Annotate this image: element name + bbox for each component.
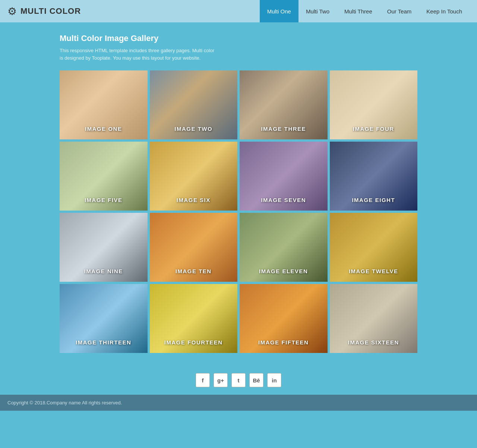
gallery-label-eleven: IMAGE ELEVEN	[259, 268, 308, 274]
gallery-item-fourteen[interactable]: IMAGE FOURTEEN	[150, 284, 238, 353]
social-facebook-button[interactable]: f	[196, 373, 210, 387]
gallery-item-one[interactable]: IMAGE ONE	[60, 70, 148, 139]
gallery-label-eight: IMAGE EIGHT	[352, 197, 395, 203]
gallery-item-five[interactable]: IMAGE FIVE	[60, 142, 148, 211]
nav-item-multi-one[interactable]: Multi One	[260, 0, 298, 22]
nav-item-keep-in-touch[interactable]: Keep In Touch	[419, 0, 470, 22]
gallery-item-two[interactable]: IMAGE TWO	[150, 70, 238, 139]
gallery-item-sixteen[interactable]: IMAGE SIXTEEN	[330, 284, 418, 353]
gallery-label-nine: IMAGE NINE	[84, 268, 123, 274]
gallery-label-ten: IMAGE TEN	[176, 268, 212, 274]
header: ⚙ MULTI COLOR Multi OneMulti TwoMulti Th…	[0, 0, 477, 22]
gallery-item-four[interactable]: IMAGE FOUR	[330, 70, 418, 139]
gallery-item-seven[interactable]: IMAGE SEVEN	[240, 142, 328, 211]
gallery-item-ten[interactable]: IMAGE TEN	[150, 213, 238, 282]
social-behance-button[interactable]: Bē	[249, 373, 263, 387]
main-content: Multi Color Image Gallery This responsiv…	[0, 22, 477, 364]
logo-area: ⚙ MULTI COLOR	[7, 5, 260, 18]
gallery-item-nine[interactable]: IMAGE NINE	[60, 213, 148, 282]
gallery-item-twelve[interactable]: IMAGE TWELVE	[330, 213, 418, 282]
gallery-item-eight[interactable]: IMAGE EIGHT	[330, 142, 418, 211]
gallery-label-four: IMAGE FOUR	[353, 126, 394, 132]
gallery-label-five: IMAGE FIVE	[85, 197, 123, 203]
copyright-text: Copyright © 2018.Company name All rights…	[7, 400, 122, 406]
gallery-label-thirteen: IMAGE THIRTEEN	[76, 339, 131, 346]
gallery-label-two: IMAGE TWO	[174, 126, 212, 132]
gallery-label-sixteen: IMAGE SIXTEEN	[348, 339, 399, 346]
gallery-description: This responsive HTML template includes t…	[60, 47, 216, 61]
gallery-title: Multi Color Image Gallery	[60, 34, 417, 43]
gallery-label-one: IMAGE ONE	[85, 126, 122, 132]
social-googleplus-button[interactable]: g+	[214, 373, 228, 387]
gallery-item-eleven[interactable]: IMAGE ELEVEN	[240, 213, 328, 282]
gallery-label-twelve: IMAGE TWELVE	[349, 268, 398, 274]
footer: Copyright © 2018.Company name All rights…	[0, 395, 477, 411]
social-twitter-button[interactable]: t	[231, 373, 246, 387]
gallery-label-fifteen: IMAGE FIFTEEN	[258, 339, 309, 346]
gallery-item-thirteen[interactable]: IMAGE THIRTEEN	[60, 284, 148, 353]
nav-item-multi-three[interactable]: Multi Three	[337, 0, 380, 22]
nav-item-our-team[interactable]: Our Team	[380, 0, 419, 22]
social-linkedin-button[interactable]: in	[267, 373, 281, 387]
gallery-label-three: IMAGE THREE	[261, 126, 306, 132]
gallery-label-fourteen: IMAGE FOURTEEN	[164, 339, 223, 346]
gallery-item-three[interactable]: IMAGE THREE	[240, 70, 328, 139]
gallery-item-six[interactable]: IMAGE SIX	[150, 142, 238, 211]
gallery-label-seven: IMAGE SEVEN	[261, 197, 306, 203]
gallery-label-six: IMAGE SIX	[177, 197, 211, 203]
gear-icon: ⚙	[7, 5, 17, 18]
gallery-item-fifteen[interactable]: IMAGE FIFTEEN	[240, 284, 328, 353]
social-bar: fg+tBēin	[0, 364, 477, 395]
main-nav: Multi OneMulti TwoMulti ThreeOur TeamKee…	[260, 0, 470, 22]
nav-item-multi-two[interactable]: Multi Two	[298, 0, 337, 22]
gallery-grid: IMAGE ONEIMAGE TWOIMAGE THREEIMAGE FOURI…	[60, 70, 417, 353]
logo-text: MULTI COLOR	[20, 6, 81, 16]
